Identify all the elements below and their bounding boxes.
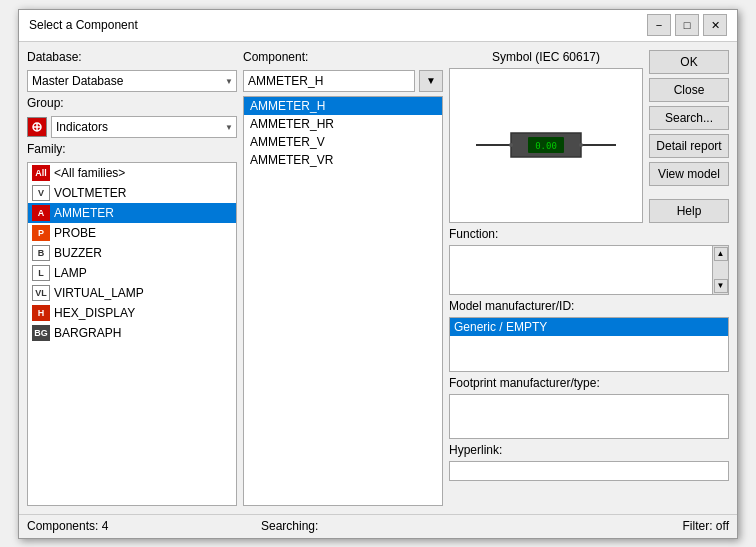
family-item-icon: H [32,305,50,321]
footprint-box [449,394,729,439]
family-item-icon: A [32,205,50,221]
family-item[interactable]: VLVIRTUAL_LAMP [28,283,236,303]
close-dialog-button[interactable]: Close [649,78,729,102]
buttons-column: OK Close Search... Detail report View mo… [649,50,729,223]
family-item[interactable]: VVOLTMETER [28,183,236,203]
status-bar: Components: 4 Searching: Filter: off [19,514,737,538]
status-filter: Filter: off [495,519,729,533]
minimize-button[interactable]: − [647,14,671,36]
family-item-label: VOLTMETER [54,186,126,200]
group-select-wrapper: Indicators [51,116,237,138]
component-item[interactable]: AMMETER_H [244,97,442,115]
ammeter-symbol-svg: 0.00 [476,115,616,175]
family-item[interactable]: BBUZZER [28,243,236,263]
hyperlink-area: Hyperlink: [449,443,729,481]
left-panel: Database: Master Database Group: [27,50,237,506]
family-item-label: PROBE [54,226,96,240]
database-select-wrapper: Master Database [27,70,237,92]
family-item-icon: P [32,225,50,241]
model-label: Model manufacturer/ID: [449,299,729,313]
family-item-label: VIRTUAL_LAMP [54,286,144,300]
status-searching: Searching: [261,519,495,533]
component-item[interactable]: AMMETER_HR [244,115,442,133]
family-item-label: LAMP [54,266,87,280]
family-item-icon: VL [32,285,50,301]
footprint-label: Footprint manufacturer/type: [449,376,729,390]
scroll-down-arrow[interactable]: ▼ [714,279,728,293]
model-area: Model manufacturer/ID: Generic / EMPTY [449,299,729,372]
help-button[interactable]: Help [649,199,729,223]
symbol-box: 0.00 [449,68,643,223]
status-components: Components: 4 [27,519,261,533]
family-item[interactable]: All<All families> [28,163,236,183]
group-icon [27,117,47,137]
family-item[interactable]: HHEX_DISPLAY [28,303,236,323]
title-bar-controls: − □ ✕ [647,14,727,36]
family-item-icon: All [32,165,50,181]
database-label: Database: [27,50,237,64]
component-header: Component: [243,50,443,66]
component-item[interactable]: AMMETER_VR [244,151,442,169]
view-model-button[interactable]: View model [649,162,729,186]
model-item[interactable]: Generic / EMPTY [450,318,728,336]
filter-button[interactable]: ▼ [419,70,443,92]
family-list: All<All families>VVOLTMETERAAMMETERPPROB… [27,162,237,506]
right-panel: Symbol (IEC 60617) 0.00 [449,50,729,506]
model-list: Generic / EMPTY [449,317,729,372]
symbol-label: Symbol (IEC 60617) [449,50,643,64]
group-row: Indicators [27,116,237,138]
svg-point-10 [579,143,583,147]
function-scrollbar: ▲ ▼ [712,246,728,294]
hyperlink-label: Hyperlink: [449,443,729,457]
family-item-label: BUZZER [54,246,102,260]
group-select[interactable]: Indicators [51,116,237,138]
family-item-icon: V [32,185,50,201]
family-item-icon: B [32,245,50,261]
family-item-label: <All families> [54,166,125,180]
symbol-area: Symbol (IEC 60617) 0.00 [449,50,643,223]
close-button[interactable]: ✕ [703,14,727,36]
function-area: Function: ▲ ▼ [449,227,729,295]
scroll-up-arrow[interactable]: ▲ [714,247,728,261]
family-item-icon: L [32,265,50,281]
hyperlink-input[interactable] [449,461,729,481]
dialog-title: Select a Component [29,18,138,32]
family-item[interactable]: AAMMETER [28,203,236,223]
component-input-row: ▼ [243,70,443,92]
dialog-content: Database: Master Database Group: [19,42,737,514]
search-button[interactable]: Search... [649,106,729,130]
family-item-label: AMMETER [54,206,114,220]
family-item-label: BARGRAPH [54,326,121,340]
component-item[interactable]: AMMETER_V [244,133,442,151]
svg-point-9 [509,143,513,147]
function-label: Function: [449,227,729,241]
svg-text:0.00: 0.00 [535,141,557,151]
ok-button[interactable]: OK [649,50,729,74]
right-top: Symbol (IEC 60617) 0.00 [449,50,729,223]
family-item[interactable]: BGBARGRAPH [28,323,236,343]
family-item-icon: BG [32,325,50,341]
title-bar: Select a Component − □ ✕ [19,10,737,42]
select-component-dialog: Select a Component − □ ✕ Database: Maste… [18,9,738,539]
family-item-label: HEX_DISPLAY [54,306,135,320]
family-label: Family: [27,142,237,156]
function-box: ▲ ▼ [449,245,729,295]
middle-panel: Component: ▼ AMMETER_HAMMETER_HRAMMETER_… [243,50,443,506]
database-select[interactable]: Master Database [27,70,237,92]
family-item[interactable]: PPROBE [28,223,236,243]
footprint-area: Footprint manufacturer/type: [449,376,729,439]
component-search-input[interactable] [243,70,415,92]
maximize-button[interactable]: □ [675,14,699,36]
component-label: Component: [243,50,308,64]
component-list: AMMETER_HAMMETER_HRAMMETER_VAMMETER_VR [243,96,443,506]
family-item[interactable]: LLAMP [28,263,236,283]
group-label: Group: [27,96,237,110]
detail-report-button[interactable]: Detail report [649,134,729,158]
